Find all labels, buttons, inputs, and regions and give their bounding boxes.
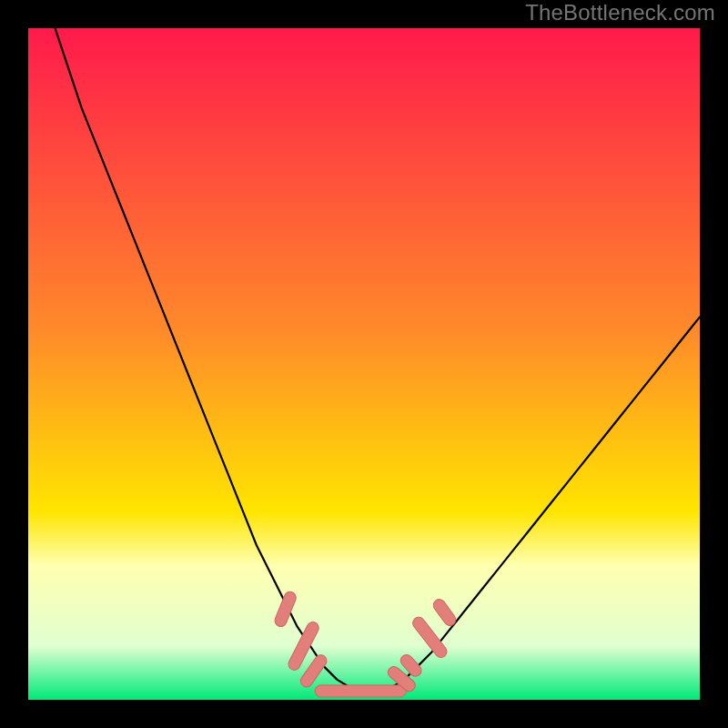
plot-area	[28, 28, 700, 700]
plot-svg	[28, 28, 700, 700]
marker-capsule	[315, 685, 406, 697]
gradient-background	[28, 28, 700, 700]
chart-frame: TheBottleneck.com	[0, 0, 728, 728]
watermark-text: TheBottleneck.com	[525, 0, 715, 25]
